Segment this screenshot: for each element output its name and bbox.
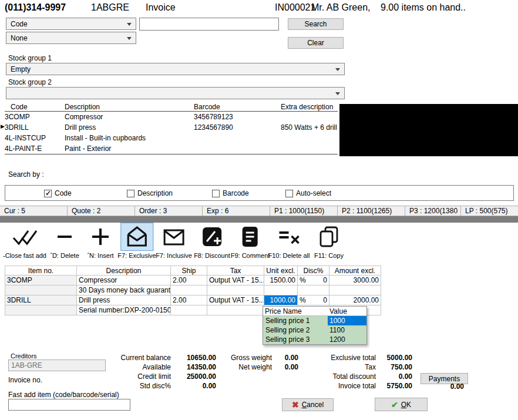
cell-amount-excl[interactable]: 2000.00 [329, 295, 381, 305]
price-option[interactable]: Selling price 3 1200 [263, 335, 366, 344]
tax-value: 750.00 [379, 363, 412, 371]
toolbar-insert[interactable]: ˆN: Insert [84, 223, 117, 259]
toolbar-label: F8: Discount [194, 252, 230, 259]
stock-row[interactable]: 4L-INSTCUP Install - Built-in cupboards [5, 133, 338, 143]
invoice-row[interactable]: 3COMP Compressor 2.00 Output VAT - 15...… [5, 275, 381, 285]
dark-area [339, 104, 518, 156]
cancel-button[interactable]: ✖ Cancel [282, 398, 334, 411]
stock-group1-combo[interactable]: Empty [6, 63, 345, 75]
filter-combo-value: None [11, 34, 28, 42]
toolbar-exclusive[interactable]: F7: Exclusive [117, 223, 156, 259]
toolbar-label: F10: Delete all [268, 252, 310, 259]
cell-tax[interactable]: Output VAT - 15... [207, 275, 264, 285]
cell-item-no[interactable]: 3DRILL [5, 295, 77, 305]
document-number: IN000021 [275, 2, 315, 13]
search-button[interactable]: Search [288, 18, 344, 30]
gross-weight-value: 0.00 [274, 354, 298, 362]
cell-ship[interactable]: 2.00 [171, 295, 207, 305]
cell-description[interactable]: Serial number:DXP-200-01501 [77, 305, 171, 315]
cell-description[interactable]: Drill press [77, 295, 171, 305]
search-field-combo[interactable]: Code [6, 18, 136, 30]
status-order: Order : 3 [135, 206, 203, 216]
price-option-selected[interactable]: Selling price 1 1000 [263, 316, 366, 325]
cell-ship[interactable] [171, 305, 207, 315]
envelope-icon [157, 223, 190, 251]
cell-disc[interactable]: % 0 [298, 295, 329, 305]
cell-unit-excl-selected[interactable]: 1000.00 [264, 295, 298, 305]
exclusive-total-value: 5000.00 [379, 354, 412, 362]
stock-barcode: 1234567890 [193, 123, 281, 132]
price-option[interactable]: Selling price 2 1100 [263, 325, 366, 335]
total-discount-value: 0.00 [379, 372, 412, 381]
exclusive-total-label: Exclusive total [320, 354, 376, 362]
clear-button[interactable]: Clear [288, 37, 344, 49]
cell-amount-excl[interactable] [329, 285, 381, 295]
column-header-extra: Extra description [281, 103, 338, 111]
cell-ship[interactable] [171, 285, 207, 295]
account-code: 1ABGRE [91, 2, 129, 13]
status-current: Cur : 5 [0, 206, 68, 216]
cell-disc[interactable] [298, 285, 329, 295]
toolbar-label: ˆD: Delete [50, 252, 79, 259]
ok-button[interactable]: ✔ OK [375, 398, 428, 411]
checkbox-barcode[interactable]: Barcode [212, 189, 249, 197]
cell-tax[interactable]: Output VAT - 15... [207, 295, 264, 305]
separator-band [0, 216, 518, 223]
cell-unit-excl[interactable]: 1500.00 [264, 275, 298, 285]
search-by-panel: Code Description Barcode Auto-select [5, 185, 514, 201]
stock-row[interactable]: 3COMP Compressor 3456789123 [5, 112, 338, 122]
checkbox-description[interactable]: Description [127, 189, 173, 197]
toolbar-delete[interactable]: ˆD: Delete [48, 223, 81, 259]
checkbox-label: Barcode [223, 189, 249, 197]
customer-name: Mr. AB Green, [311, 2, 370, 13]
items-on-hand: 9.00 items on hand.. [381, 2, 466, 13]
cell-amount-excl[interactable]: 3000.00 [329, 275, 381, 285]
invoice-row-comment[interactable]: 30 Days money back guarantee. [5, 285, 381, 295]
disc-symbol: % [300, 296, 306, 304]
cell-tax[interactable] [207, 285, 264, 295]
creditors-label: Creditors [11, 352, 37, 359]
cell-description[interactable]: Compressor [77, 275, 171, 285]
toolbar-discount[interactable]: F8: Discount [194, 223, 230, 259]
toolbar-inclusive[interactable]: F7: Inclusive [156, 223, 192, 259]
stock-row-selected[interactable]: 3DRILL Drill press 1234567890 850 Watts … [5, 122, 338, 133]
cell-unit-excl[interactable] [264, 285, 298, 295]
search-input[interactable] [139, 18, 279, 31]
invoice-total-label: Invoice total [320, 382, 376, 390]
status-price2: P2 : 1100(1265) [338, 206, 405, 216]
column-header-barcode: Barcode [193, 103, 281, 111]
col-header-disc: Disc% [298, 266, 329, 275]
status-last-price: LP : 500(575) [461, 206, 518, 216]
envelope-open-icon [120, 223, 153, 251]
fast-add-input[interactable] [8, 399, 130, 411]
filter-combo[interactable]: None [6, 32, 136, 44]
stock-extra: 850 Watts + 6 drill bit [281, 123, 338, 132]
cell-item-no[interactable] [5, 305, 77, 315]
price-name-header: Price Name [263, 307, 328, 315]
cell-item-no[interactable]: 3COMP [5, 275, 77, 285]
cell-tax[interactable] [207, 305, 264, 315]
checkbox-icon [127, 190, 134, 197]
std-disc-label: Std disc% [112, 382, 171, 390]
stock-group2-combo[interactable] [6, 87, 345, 99]
checkbox-code[interactable]: Code [44, 189, 72, 197]
toolbar-comment[interactable]: F9: Comment [231, 223, 270, 259]
toolbar-delete-all[interactable]: F10: Delete all [268, 223, 310, 259]
checkbox-auto-select[interactable]: Auto-select [285, 189, 331, 197]
cell-item-no[interactable] [5, 285, 77, 295]
stock-row[interactable]: 4L-PAINT-E Paint - Exterior [5, 143, 338, 154]
disc-value: 0 [323, 296, 327, 304]
payments-button-label: Payments [429, 375, 460, 383]
creditors-input[interactable] [8, 359, 106, 371]
cell-ship[interactable]: 2.00 [171, 275, 207, 285]
invoice-row[interactable]: 3DRILL Drill press 2.00 Output VAT - 15.… [5, 295, 381, 305]
price-value: 1100 [328, 325, 366, 335]
invoice-grid-header: Item no. Description Ship Tax Unit excl.… [5, 266, 381, 275]
cell-description[interactable]: 30 Days money back guarantee. [77, 285, 171, 295]
toolbar-close-fast-add[interactable]: -Close fast add [3, 223, 46, 259]
price-name: Selling price 2 [263, 326, 328, 334]
toolbar-copy[interactable]: F11: Copy [312, 223, 345, 259]
invoice-window: (011)314-9997 1ABGRE Invoice IN000021 Mr… [0, 0, 518, 420]
cell-disc[interactable]: % 0 [298, 275, 329, 285]
double-check-icon [8, 223, 41, 251]
